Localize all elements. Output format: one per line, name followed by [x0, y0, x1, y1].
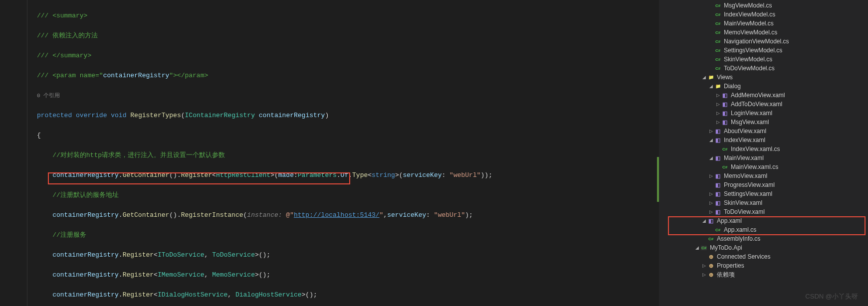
- xml-doc: /// 依赖注入的方法: [37, 32, 98, 39]
- xaml-icon: [714, 181, 722, 189]
- xaml-icon: [714, 208, 722, 216]
- xaml-icon: [714, 136, 722, 144]
- expand-arrow-icon[interactable]: [694, 245, 700, 250]
- tree-item[interactable]: 依赖项: [666, 270, 868, 279]
- cs-icon: [707, 235, 715, 243]
- tree-item[interactable]: SkinView.xaml: [666, 198, 868, 207]
- tree-item-label: MsgViewModel.cs: [724, 2, 772, 9]
- scrollbar[interactable]: [659, 0, 666, 306]
- tree-item[interactable]: AddToDoView.xaml: [666, 100, 868, 109]
- expand-arrow-icon[interactable]: [708, 200, 714, 205]
- tree-item[interactable]: MainViewModel.cs: [666, 19, 868, 28]
- conn-icon: [707, 253, 715, 261]
- tree-item[interactable]: IndexView.xaml: [666, 136, 868, 145]
- expand-arrow-icon[interactable]: [708, 209, 714, 214]
- expand-arrow-icon[interactable]: [708, 173, 714, 178]
- tree-item-label: SettingsViewModel.cs: [724, 47, 782, 54]
- tree-item-label: Properties: [717, 262, 744, 269]
- cs-icon: [714, 55, 722, 63]
- expand-arrow-icon[interactable]: [701, 272, 707, 277]
- tree-item[interactable]: ToDoViewModel.cs: [666, 64, 868, 73]
- cs-icon: [714, 37, 722, 45]
- xaml-icon: [721, 109, 729, 117]
- cs-icon: [714, 10, 722, 18]
- expand-arrow-icon[interactable]: [715, 111, 721, 116]
- tree-item[interactable]: IndexViewModel.cs: [666, 10, 868, 19]
- tree-item[interactable]: SettingsViewModel.cs: [666, 46, 868, 55]
- conn-icon: [707, 271, 715, 279]
- tree-item-label: MsgView.xaml: [731, 119, 769, 126]
- outline-column: [27, 0, 35, 306]
- code-editor[interactable]: /// <summary> /// 依赖注入的方法 /// </summary>…: [0, 0, 666, 306]
- conn-icon: [707, 262, 715, 270]
- cs-icon: [714, 1, 722, 9]
- solution-explorer[interactable]: CSDN @小丫头呀 MsgViewModel.csIndexViewModel…: [666, 0, 868, 306]
- tree-item-label: ProgressView.xaml: [724, 181, 775, 188]
- tree-item[interactable]: MemoView.xaml: [666, 171, 868, 180]
- cs-icon: [714, 226, 722, 234]
- cs-icon: [721, 163, 729, 171]
- tree-item[interactable]: AssemblyInfo.cs: [666, 234, 868, 243]
- tree-item[interactable]: MsgView.xaml: [666, 118, 868, 127]
- expand-arrow-icon[interactable]: [708, 191, 714, 196]
- code-lens[interactable]: 0 个引用: [37, 93, 60, 99]
- expand-arrow-icon[interactable]: [708, 129, 714, 134]
- xml-doc: /// <summary>: [37, 12, 87, 19]
- expand-arrow-icon[interactable]: [708, 138, 714, 143]
- expand-arrow-icon[interactable]: [708, 155, 714, 160]
- tree-item[interactable]: MyToDo.Api: [666, 243, 868, 252]
- tree-item[interactable]: MainView.xaml: [666, 153, 868, 162]
- xaml-icon: [714, 190, 722, 198]
- cs-icon: [714, 19, 722, 27]
- tree-item[interactable]: SettingsView.xaml: [666, 189, 868, 198]
- tree-item-label: ToDoViewModel.cs: [724, 65, 775, 72]
- folder-icon: [714, 82, 722, 90]
- xml-doc: /// <param name=": [37, 72, 103, 79]
- tree-item-label: SkinView.xaml: [724, 199, 762, 206]
- xaml-icon: [714, 154, 722, 162]
- tree-item[interactable]: NavigationViewModel.cs: [666, 37, 868, 46]
- code-content[interactable]: /// <summary> /// 依赖注入的方法 /// </summary>…: [35, 0, 666, 306]
- tree-item[interactable]: MemoViewModel.cs: [666, 28, 868, 37]
- expand-arrow-icon[interactable]: [715, 120, 721, 125]
- xaml-icon: [721, 100, 729, 108]
- tree-item[interactable]: SkinViewModel.cs: [666, 55, 868, 64]
- tree-item[interactable]: AddMemoView.xaml: [666, 91, 868, 100]
- tree-item[interactable]: App.xaml: [666, 216, 868, 225]
- xaml-icon: [721, 91, 729, 99]
- cs-icon: [714, 28, 722, 36]
- expand-arrow-icon[interactable]: [708, 84, 714, 89]
- scroll-change-marker: [657, 157, 659, 202]
- tree-item-label: MainView.xaml: [724, 154, 764, 161]
- expand-arrow-icon[interactable]: [715, 93, 721, 98]
- line-gutter: [0, 0, 27, 306]
- tree-item[interactable]: Views: [666, 73, 868, 82]
- cs-icon: [714, 46, 722, 54]
- expand-arrow-icon[interactable]: [701, 218, 707, 223]
- xaml-icon: [721, 118, 729, 126]
- expand-arrow-icon[interactable]: [715, 102, 721, 107]
- tree-item[interactable]: ProgressView.xaml: [666, 180, 868, 189]
- tree-item[interactable]: Properties: [666, 261, 868, 270]
- tree-item[interactable]: Connected Services: [666, 252, 868, 261]
- tree-item[interactable]: ToDoView.xaml: [666, 207, 868, 216]
- tree-item[interactable]: AboutView.xaml: [666, 127, 868, 136]
- tree-item-label: IndexViewModel.cs: [724, 11, 775, 18]
- tree-item-label: Dialog: [724, 83, 741, 90]
- xaml-icon: [714, 172, 722, 180]
- expand-arrow-icon[interactable]: [701, 263, 707, 268]
- tree-item[interactable]: MainView.xaml.cs: [666, 162, 868, 171]
- tree-item[interactable]: Dialog: [666, 82, 868, 91]
- tree-item[interactable]: MsgViewModel.cs: [666, 1, 868, 10]
- watermark: CSDN @小丫头呀: [805, 292, 858, 301]
- tree-item[interactable]: App.xaml.cs: [666, 225, 868, 234]
- tree-item-label: AddToDoView.xaml: [731, 101, 782, 108]
- tree-item-label: AddMemoView.xaml: [731, 92, 785, 99]
- tree-item-label: MainView.xaml.cs: [731, 163, 778, 170]
- tree-item-label: SkinViewModel.cs: [724, 56, 772, 63]
- proj-icon: [700, 244, 708, 252]
- expand-arrow-icon[interactable]: [701, 75, 707, 80]
- tree-item[interactable]: IndexView.xaml.cs: [666, 145, 868, 153]
- tree-item-label: 依赖项: [717, 271, 735, 279]
- tree-item[interactable]: LoginView.xaml: [666, 109, 868, 118]
